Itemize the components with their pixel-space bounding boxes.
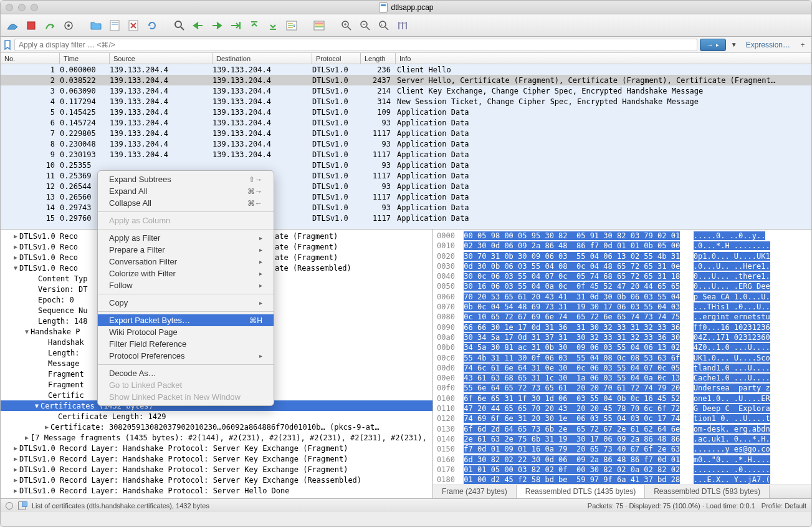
prev-icon[interactable] bbox=[190, 17, 206, 34]
save-icon[interactable] bbox=[107, 17, 123, 34]
status-field-info: List of certificates (dtls.handshake.cer… bbox=[32, 502, 209, 510]
tree-item[interactable]: ▶DTLSv1.0 Record Layer: Handshake Protoc… bbox=[1, 475, 432, 485]
display-filter-input[interactable] bbox=[14, 39, 697, 51]
col-source[interactable]: Source bbox=[110, 53, 213, 64]
goto-icon[interactable] bbox=[227, 17, 244, 34]
tree-item[interactable]: ▶DTLSv1.0 Record Layer: Handshake Protoc… bbox=[1, 443, 432, 453]
capture-file-properties-icon[interactable] bbox=[18, 501, 26, 510]
shark-fin-icon[interactable] bbox=[4, 17, 21, 34]
hex-view[interactable]: 0000 00 05 98 00 05 95 30 82 05 91 30 82… bbox=[433, 230, 811, 485]
folder-icon[interactable] bbox=[88, 17, 104, 34]
svg-rect-0 bbox=[27, 22, 35, 29]
bookmark-icon[interactable] bbox=[3, 39, 12, 51]
menu-item[interactable]: Wiki Protocol Page bbox=[98, 326, 274, 338]
packet-row[interactable]: 40.117294139.133.204.4139.133.204.4DTLSv… bbox=[1, 96, 811, 107]
packet-row[interactable]: 100.25355DTLSv1.093Application Data bbox=[1, 160, 811, 170]
svg-point-7 bbox=[175, 21, 181, 27]
close-file-icon[interactable] bbox=[125, 17, 141, 34]
packet-list-header: No. Time Source Destination Protocol Len… bbox=[1, 53, 811, 64]
menu-item[interactable]: Apply as Filter bbox=[98, 232, 274, 244]
packet-row[interactable]: 30.063090139.133.204.4139.133.204.4DTLSv… bbox=[1, 85, 811, 96]
document-icon bbox=[378, 2, 387, 12]
last-icon[interactable] bbox=[265, 17, 281, 34]
status-profile[interactable]: Profile: Default bbox=[762, 502, 806, 510]
options-icon[interactable] bbox=[60, 17, 77, 34]
find-icon[interactable] bbox=[171, 17, 188, 34]
colorize-icon[interactable] bbox=[311, 17, 327, 34]
packet-row[interactable]: 10.000000139.133.204.4139.133.204.4DTLSv… bbox=[1, 64, 811, 75]
menu-item[interactable]: Export Packet Bytes…⌘H bbox=[98, 314, 274, 326]
autoscroll-icon[interactable] bbox=[284, 17, 300, 34]
status-bar: List of certificates (dtls.handshake.cer… bbox=[1, 498, 811, 512]
tree-item[interactable]: ▶DTLSv1.0 Record Layer: Handshake Protoc… bbox=[1, 453, 432, 464]
packet-row[interactable]: 60.145724139.133.204.4139.133.204.4DTLSv… bbox=[1, 117, 811, 128]
byte-view-tabs: Frame (2437 bytes)Reassembled DTLS (1435… bbox=[433, 485, 811, 498]
col-destination[interactable]: Destination bbox=[213, 53, 312, 64]
col-no[interactable]: No. bbox=[1, 53, 60, 64]
packet-row[interactable]: 70.229805139.133.204.4139.133.204.4DTLSv… bbox=[1, 128, 811, 138]
stop-icon[interactable] bbox=[23, 17, 39, 34]
status-packets: Packets: 75 · Displayed: 75 (100.0%) · L… bbox=[588, 502, 755, 510]
expert-info-icon[interactable] bbox=[6, 502, 13, 510]
menu-item[interactable]: Expand All⌘→ bbox=[98, 185, 274, 197]
menu-item: Go to Linked Packet bbox=[98, 379, 274, 391]
menu-item[interactable]: Collapse All⌘← bbox=[98, 197, 274, 209]
menu-item: Show Linked Packet in New Window bbox=[98, 391, 274, 403]
col-protocol[interactable]: Protocol bbox=[312, 53, 361, 64]
apply-filter-button[interactable]: → bbox=[700, 39, 726, 51]
byte-view-tab[interactable]: Reassembled DTLS (583 bytes) bbox=[645, 485, 770, 498]
maximize-icon[interactable] bbox=[31, 4, 38, 11]
col-info[interactable]: Info bbox=[396, 53, 811, 64]
svg-rect-4 bbox=[112, 22, 118, 23]
title-text: dtlsapp.pcap bbox=[391, 3, 433, 12]
packet-row[interactable]: 20.038522139.133.204.4139.133.204.4DTLSv… bbox=[1, 75, 811, 85]
svg-rect-17 bbox=[315, 22, 323, 24]
svg-line-25 bbox=[366, 27, 370, 30]
svg-line-21 bbox=[348, 27, 351, 30]
next-icon[interactable] bbox=[209, 17, 225, 34]
svg-text:1: 1 bbox=[381, 23, 383, 27]
menu-separator bbox=[98, 294, 274, 294]
packet-row[interactable]: 80.230048139.133.204.4139.133.204.4DTLSv… bbox=[1, 138, 811, 149]
resize-columns-icon[interactable] bbox=[394, 17, 411, 34]
reload-icon[interactable] bbox=[144, 17, 160, 34]
add-filter-button[interactable]: + bbox=[796, 41, 809, 49]
tree-item[interactable]: ▶Certificate: 308205913082037902010230…0… bbox=[1, 422, 432, 432]
menu-item[interactable]: Conversation Filter bbox=[98, 256, 274, 268]
first-icon[interactable] bbox=[246, 17, 262, 34]
menu-item[interactable]: Decode As… bbox=[98, 367, 274, 379]
tree-item[interactable]: Certificate Length: 1429 bbox=[1, 411, 432, 422]
filter-dropdown[interactable]: ▼ bbox=[728, 41, 740, 48]
zoom-reset-icon[interactable]: 1 bbox=[376, 17, 392, 34]
packet-row[interactable]: 90.230193139.133.204.4139.133.204.4DTLSv… bbox=[1, 149, 811, 160]
col-length[interactable]: Length bbox=[361, 53, 396, 64]
tree-item[interactable]: ▶DTLSv1.0 Record Layer: Handshake Protoc… bbox=[1, 464, 432, 475]
packet-row[interactable]: 50.145425139.133.204.4139.133.204.4DTLSv… bbox=[1, 107, 811, 117]
main-toolbar: 1 bbox=[1, 14, 811, 37]
close-icon[interactable] bbox=[6, 4, 13, 11]
byte-view-tab[interactable]: Reassembled DTLS (1435 bytes) bbox=[517, 485, 645, 498]
menu-separator bbox=[98, 229, 274, 230]
menu-item[interactable]: Prepare a Filter bbox=[98, 244, 274, 256]
tree-item[interactable]: ▶[7 Message fragments (1435 bytes): #2(1… bbox=[1, 432, 432, 443]
zoom-out-icon[interactable] bbox=[357, 17, 373, 34]
expression-link[interactable]: Expression… bbox=[742, 41, 794, 49]
svg-point-2 bbox=[67, 24, 70, 27]
menu-item[interactable]: Copy bbox=[98, 297, 274, 309]
menu-item[interactable]: Expand Subtrees⇧→ bbox=[98, 173, 274, 185]
zoom-in-icon[interactable] bbox=[338, 17, 355, 34]
col-time[interactable]: Time bbox=[60, 53, 110, 64]
menu-item[interactable]: Colorize with Filter bbox=[98, 268, 274, 279]
menu-item[interactable]: Filter Field Reference bbox=[98, 338, 274, 350]
byte-view-tab[interactable]: Frame (2437 bytes) bbox=[433, 485, 517, 498]
menu-separator bbox=[98, 211, 274, 212]
restart-icon[interactable] bbox=[42, 17, 58, 34]
menu-item: Apply as Column bbox=[98, 215, 274, 226]
tree-item[interactable]: ▶DTLSv1.0 Record Layer: Handshake Protoc… bbox=[1, 485, 432, 496]
menu-item[interactable]: Follow bbox=[98, 279, 274, 291]
minimize-icon[interactable] bbox=[18, 4, 26, 11]
menu-item[interactable]: Protocol Preferences bbox=[98, 350, 274, 362]
window-title: dtlsapp.pcap bbox=[378, 2, 433, 12]
window-controls bbox=[6, 4, 38, 11]
titlebar: dtlsapp.pcap bbox=[1, 1, 811, 14]
